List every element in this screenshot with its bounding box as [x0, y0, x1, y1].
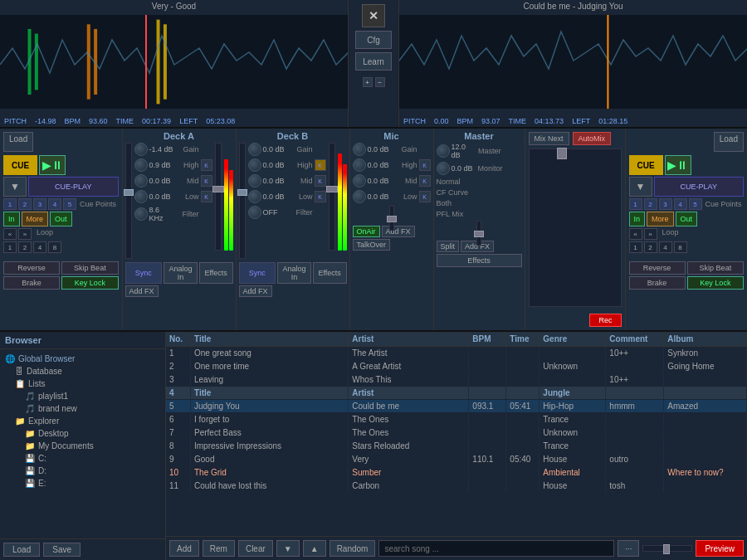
tl-search-dots-button[interactable]: ··· [618, 540, 639, 557]
left-brake-button[interactable]: Brake [3, 276, 60, 290]
deck-a-sync-button[interactable]: Sync [125, 262, 163, 284]
deck-a-filter-knob[interactable] [134, 207, 148, 221]
browser-e-drive-item[interactable]: 💾 E: [20, 477, 165, 489]
tl-add-button[interactable]: Add [169, 540, 199, 557]
track-row-orange[interactable]: 10 The Grid Sumber Ambiental Where to no… [166, 466, 747, 480]
left-cue-pt-1[interactable]: 1 [3, 198, 17, 210]
deck-a-high-k[interactable]: K [201, 159, 212, 171]
deck-b-high-knob[interactable] [248, 158, 261, 172]
browser-playlist1-item[interactable]: 🎵 playlist1 [20, 390, 165, 402]
deck-a-pitch-slider[interactable] [125, 143, 132, 259]
cfg-button[interactable]: Cfg [355, 31, 392, 49]
right-out-button[interactable]: Out [676, 212, 698, 226]
deck-b-mid-k[interactable]: K [315, 175, 326, 187]
track-row[interactable]: 1 One great song The Artist 10++ Synkron [166, 347, 747, 360]
browser-save-button[interactable]: Save [43, 543, 81, 557]
deck-b-pitch-slider[interactable] [239, 143, 246, 259]
left-num-4[interactable]: 4 [33, 241, 46, 253]
browser-desktop-item[interactable]: 📁 Desktop [20, 427, 165, 440]
deck-b-analog-button[interactable]: Analog In [277, 262, 311, 284]
deck-a-mid-k[interactable]: K [201, 175, 212, 187]
deck-a-low-knob[interactable] [134, 190, 148, 203]
left-cue-pt-3[interactable]: 3 [33, 198, 46, 210]
right-reverse-button[interactable]: Reverse [629, 261, 686, 275]
deck-b-effects-button[interactable]: Effects [313, 262, 347, 284]
track-row-header[interactable]: 4 Title Artist Jungle [166, 387, 747, 400]
mic-high-k[interactable]: K [419, 159, 431, 171]
zoom-out-btn[interactable]: − [375, 77, 385, 87]
mic-gain-knob[interactable] [353, 143, 366, 156]
tl-clear-button[interactable]: Clear [238, 540, 273, 557]
left-in-button[interactable]: In [3, 212, 20, 226]
mic-low-k[interactable]: K [419, 191, 431, 202]
right-cue-play-button[interactable]: CUE-PLAY [654, 177, 745, 197]
browser-d-drive-item[interactable]: 💾 D: [20, 465, 165, 477]
left-prev-btn[interactable]: « [3, 228, 17, 240]
close-button[interactable]: ✕ [362, 4, 385, 27]
left-num-2[interactable]: 2 [18, 241, 32, 253]
left-down-button[interactable]: ▼ [3, 177, 27, 197]
crossfader[interactable] [529, 149, 622, 307]
deck-b-addfx-button[interactable]: Add FX [239, 285, 272, 297]
mini-fader[interactable] [642, 545, 692, 552]
right-waveform-canvas[interactable] [399, 15, 747, 109]
deck-a-addfx-button[interactable]: Add FX [125, 285, 159, 297]
master-effects-button[interactable]: Effects [437, 254, 522, 267]
track-row[interactable]: 11 Could have lost this Carbon House tos… [166, 480, 747, 493]
track-row[interactable]: 2 One more time A Great Artist Unknown G… [166, 360, 747, 373]
right-next-btn[interactable]: » [644, 228, 657, 240]
mic-addfx-button[interactable]: Add FX [382, 226, 415, 237]
right-cue-pt-2[interactable]: 2 [644, 198, 657, 210]
right-prev-btn[interactable]: « [629, 228, 642, 240]
mic-low-knob[interactable] [353, 190, 366, 203]
browser-global-item[interactable]: 🌐 Global Browser [0, 353, 165, 365]
right-cue-pt-4[interactable]: 4 [674, 198, 687, 210]
right-play-button[interactable]: ▶⏸ [665, 155, 691, 175]
right-num-2[interactable]: 2 [644, 241, 657, 253]
track-row[interactable]: 8 Impressive Impressions Stars Reloaded … [166, 440, 747, 453]
mic-high-knob[interactable] [353, 158, 366, 172]
browser-mydocs-item[interactable]: 📁 My Documents [20, 440, 165, 452]
left-num-1[interactable]: 1 [3, 241, 17, 253]
deck-a-analog-button[interactable]: Analog In [164, 262, 198, 284]
browser-lists-item[interactable]: 📋 Lists [10, 377, 165, 390]
track-row-selected[interactable]: 5 Judging You Could be me 093.1 05:41 Hi… [166, 400, 747, 413]
tl-up-button[interactable]: ▲ [303, 540, 326, 557]
right-brake-button[interactable]: Brake [629, 276, 686, 290]
deck-b-high-k[interactable]: K [315, 159, 326, 171]
deck-b-low-knob[interactable] [248, 190, 261, 203]
left-cue-play-button[interactable]: CUE-PLAY [28, 177, 119, 197]
deck-a-gain-knob[interactable] [134, 143, 148, 156]
tl-rem-button[interactable]: Rem [203, 540, 235, 557]
browser-load-button[interactable]: Load [3, 543, 40, 557]
deck-a-vol-fader[interactable] [215, 143, 222, 251]
track-row[interactable]: 3 Leaving Whos This 10++ [166, 373, 747, 387]
tl-down-button[interactable]: ▼ [276, 540, 300, 557]
left-cue-pt-2[interactable]: 2 [18, 198, 32, 210]
zoom-in-btn[interactable]: + [363, 77, 373, 87]
right-num-4[interactable]: 4 [659, 241, 672, 253]
search-input[interactable] [378, 540, 614, 557]
left-load-button[interactable]: Load [3, 132, 33, 152]
master-monitor-knob[interactable] [437, 162, 450, 175]
right-cue-button[interactable]: CUE [629, 155, 663, 175]
mic-mid-knob[interactable] [353, 174, 366, 187]
right-cue-pt-3[interactable]: 3 [659, 198, 672, 210]
mic-talkover-button[interactable]: TalkOver [353, 239, 391, 251]
left-cue-button[interactable]: CUE [3, 155, 37, 175]
track-row[interactable]: 7 Perfect Bass The Ones Unknown [166, 426, 747, 440]
browser-explorer-item[interactable]: 📁 Explorer [10, 415, 165, 427]
master-split-button[interactable]: Split [437, 241, 460, 252]
right-in-button[interactable]: In [629, 212, 646, 226]
right-load-button[interactable]: Load [714, 132, 744, 152]
master-vol-knob[interactable] [437, 144, 450, 158]
browser-database-item[interactable]: 🗄 Database [10, 365, 165, 377]
right-more-button[interactable]: More [647, 212, 674, 226]
tl-random-button[interactable]: Random [330, 540, 376, 557]
right-cue-pt-5[interactable]: 5 [689, 198, 702, 210]
deck-b-filter-knob[interactable] [248, 206, 261, 219]
deck-a-high-knob[interactable] [134, 158, 148, 172]
deck-b-vol-fader[interactable] [329, 143, 335, 251]
right-key-lock-button[interactable]: Key Lock [687, 276, 744, 290]
browser-c-drive-item[interactable]: 💾 C: [20, 452, 165, 465]
